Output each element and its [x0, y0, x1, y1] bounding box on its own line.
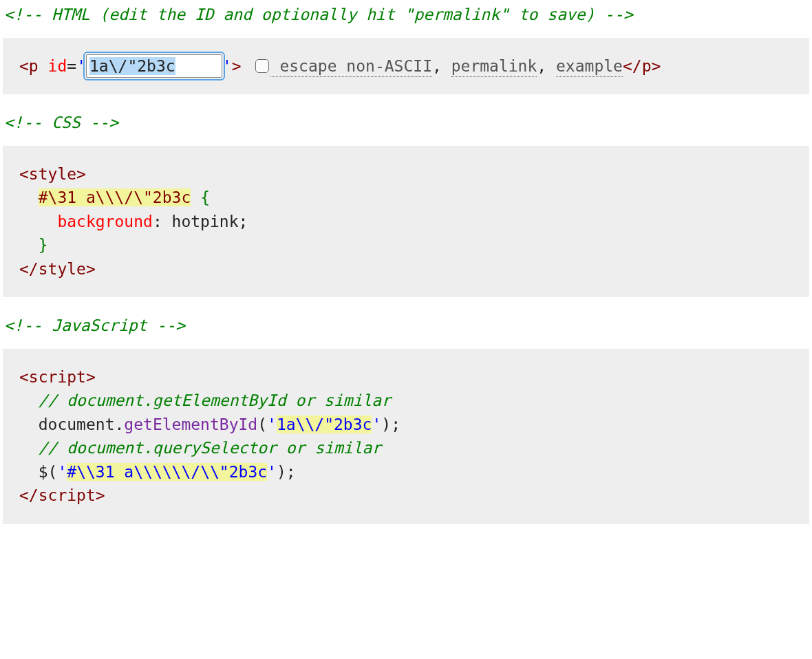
brace-open: { [200, 188, 210, 206]
document-ident: document [39, 415, 115, 433]
sep2: , [537, 57, 556, 75]
attr-id: id [48, 57, 67, 75]
p-open-tag: p [29, 57, 39, 75]
p-close-lt: </ [623, 57, 642, 75]
semi: ; [239, 213, 248, 230]
css-value: hotpink [172, 213, 239, 230]
script-close-tag: script [39, 486, 96, 504]
dot1: . [114, 415, 124, 433]
paren-close-1: ) [381, 415, 391, 433]
q-open: ' [76, 57, 86, 75]
style-open-gt: > [76, 165, 86, 183]
sp [191, 188, 200, 206]
css-prop: background [57, 213, 152, 230]
escape-nonascii-label[interactable]: escape non-ASCII [270, 57, 432, 77]
script-close-lt: </ [19, 486, 39, 504]
css-selector: #\31 a\\\/\"2b3c [39, 188, 191, 206]
style-close-tag: style [39, 260, 86, 278]
sep1: , [432, 57, 451, 75]
style-close-gt: > [86, 260, 96, 278]
script-open-tag: script [29, 368, 86, 386]
indent-d [19, 463, 39, 481]
js-block: <script> // document.getElementById or s… [3, 349, 809, 524]
css-block: <style> #\31 a\\\/\"2b3c { background: h… [3, 146, 809, 298]
paren-open-1: ( [257, 415, 267, 433]
style-open-tag: style [29, 165, 76, 183]
html-comment: <!-- HTML (edit the ID and optionally hi… [0, 0, 812, 30]
js-comment-1: // document.getElementById or similar [39, 391, 391, 409]
q-close: ' [222, 57, 232, 75]
indent-c [19, 439, 39, 457]
style-open-lt: < [19, 165, 29, 183]
p-open-gt: > [232, 57, 242, 75]
indent-close [19, 236, 39, 254]
indent2 [19, 213, 57, 230]
semi-2: ; [286, 463, 296, 481]
id-input[interactable] [86, 54, 222, 78]
qs-arg: #\\31 a\\\\\\/\\"2b3c [67, 463, 267, 481]
jquery-ident: $ [39, 463, 48, 481]
html-block: <p id=''> escape non-ASCII, permalink, e… [3, 38, 809, 95]
gEBI-arg: 1a\\/"2b3c [277, 415, 372, 433]
getelementbyid-method: getElementById [124, 415, 257, 433]
script-close-gt: > [96, 486, 105, 504]
semi-1: ; [391, 415, 400, 433]
q-close-1: ' [372, 415, 381, 433]
css-comment: <!-- CSS --> [0, 108, 812, 138]
escape-nonascii-checkbox[interactable] [255, 59, 269, 73]
script-open-lt: < [19, 368, 29, 386]
q-close-2: ' [267, 463, 277, 481]
permalink-link[interactable]: permalink [451, 57, 537, 77]
example-link[interactable]: example [556, 57, 623, 77]
p-close-tag: p [642, 57, 652, 75]
q-open-1: ' [267, 415, 277, 433]
brace-close: } [39, 236, 48, 254]
p-open-lt: < [19, 57, 29, 75]
script-open-gt: > [86, 368, 96, 386]
js-comment: <!-- JavaScript --> [0, 311, 812, 341]
indent-a [19, 391, 39, 409]
space [39, 57, 48, 75]
style-close-lt: </ [19, 260, 39, 278]
eq: = [67, 57, 76, 75]
indent-b [19, 415, 39, 433]
indent [19, 188, 39, 206]
q-open-2: ' [57, 463, 67, 481]
js-comment-2: // document.querySelector or similar [39, 439, 382, 457]
paren-close-2: ) [277, 463, 286, 481]
paren-open-2: ( [48, 463, 58, 481]
colon: : [153, 213, 172, 230]
p-close-gt: > [652, 57, 661, 75]
